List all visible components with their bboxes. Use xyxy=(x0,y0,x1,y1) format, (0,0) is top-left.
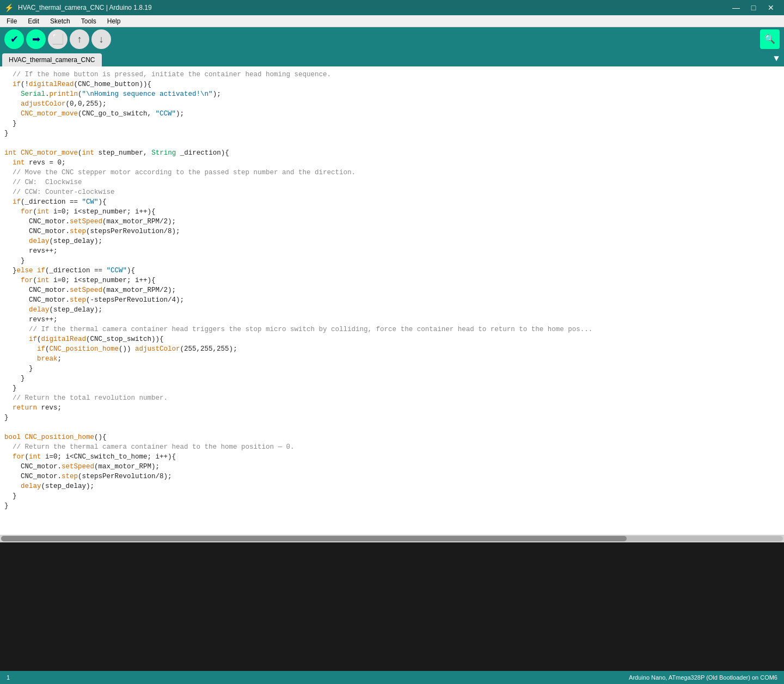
horizontal-scrollbar[interactable] xyxy=(0,535,784,542)
tab-scroll-button[interactable]: ▼ xyxy=(769,51,784,66)
menu-edit[interactable]: Edit xyxy=(23,16,44,26)
open-button[interactable]: ↑ xyxy=(70,29,89,49)
minimize-button[interactable]: — xyxy=(727,0,745,15)
upload-button[interactable]: ➡ xyxy=(26,29,46,49)
title-bar-controls: — □ ✕ xyxy=(727,0,780,15)
scrollbar-thumb[interactable] xyxy=(1,536,627,541)
status-bar: 1 Arduino Nano, ATmega328P (Old Bootload… xyxy=(0,671,784,684)
tab-main[interactable]: HVAC_thermal_camera_CNC xyxy=(2,53,102,66)
menu-file[interactable]: File xyxy=(2,16,21,26)
app-icon: ⚡ xyxy=(4,3,14,12)
save-button[interactable]: ↓ xyxy=(91,29,111,49)
status-line: 1 xyxy=(7,674,10,681)
code-content: // If the home button is pressed, initia… xyxy=(0,69,784,512)
close-button[interactable]: ✕ xyxy=(762,0,780,15)
menu-bar: File Edit Sketch Tools Help xyxy=(0,15,784,27)
toolbar: ✔ ➡ ⬜ ↑ ↓ 🔍 xyxy=(0,27,784,51)
maximize-button[interactable]: □ xyxy=(745,0,762,15)
menu-help[interactable]: Help xyxy=(103,16,125,26)
menu-tools[interactable]: Tools xyxy=(77,16,101,26)
output-area xyxy=(0,542,784,587)
verify-button[interactable]: ✔ xyxy=(4,29,24,49)
title-bar-left: ⚡ HVAC_thermal_camera_CNC | Arduino 1.8.… xyxy=(4,3,152,12)
status-board: Arduino Nano, ATmega328P (Old Bootloader… xyxy=(629,674,777,681)
tab-label: HVAC_thermal_camera_CNC xyxy=(9,56,95,64)
scrollbar-track[interactable] xyxy=(1,536,783,541)
new-button[interactable]: ⬜ xyxy=(48,29,68,49)
serial-monitor-button[interactable]: 🔍 xyxy=(760,29,780,49)
tab-bar: HVAC_thermal_camera_CNC ▼ xyxy=(0,51,784,66)
code-editor[interactable]: // If the home button is pressed, initia… xyxy=(0,66,784,535)
menu-sketch[interactable]: Sketch xyxy=(46,16,75,26)
title-bar: ⚡ HVAC_thermal_camera_CNC | Arduino 1.8.… xyxy=(0,0,784,15)
window-title: HVAC_thermal_camera_CNC | Arduino 1.8.19 xyxy=(18,4,152,11)
